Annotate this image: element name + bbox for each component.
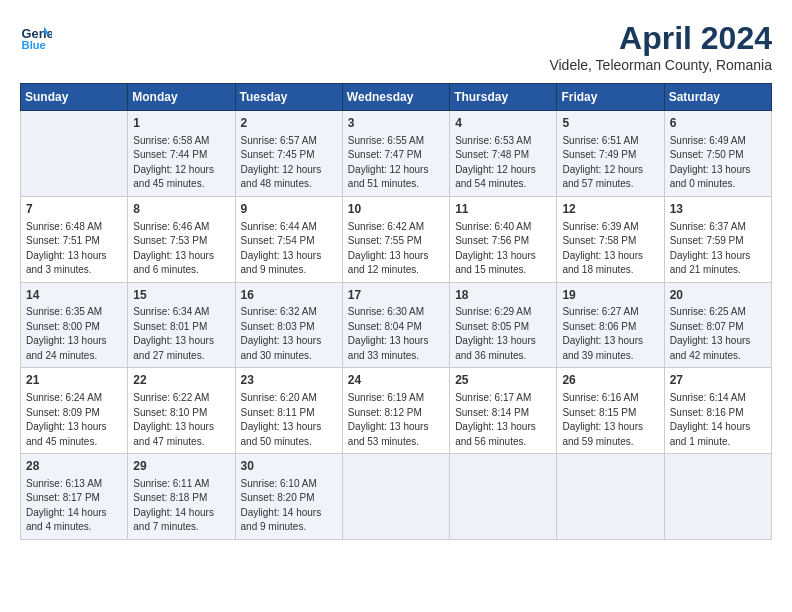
day-number: 9	[241, 201, 337, 218]
calendar-cell: 24Sunrise: 6:19 AM Sunset: 8:12 PM Dayli…	[342, 368, 449, 454]
calendar-cell: 3Sunrise: 6:55 AM Sunset: 7:47 PM Daylig…	[342, 111, 449, 197]
day-number: 12	[562, 201, 658, 218]
day-number: 22	[133, 372, 229, 389]
weekday-header-monday: Monday	[128, 84, 235, 111]
svg-text:Blue: Blue	[22, 39, 46, 51]
calendar-cell: 9Sunrise: 6:44 AM Sunset: 7:54 PM Daylig…	[235, 196, 342, 282]
day-number: 13	[670, 201, 766, 218]
calendar-cell: 17Sunrise: 6:30 AM Sunset: 8:04 PM Dayli…	[342, 282, 449, 368]
logo: General Blue	[20, 20, 52, 52]
month-year-title: April 2024	[549, 20, 772, 57]
day-info: Sunrise: 6:58 AM Sunset: 7:44 PM Dayligh…	[133, 134, 229, 192]
day-number: 27	[670, 372, 766, 389]
day-number: 11	[455, 201, 551, 218]
day-number: 5	[562, 115, 658, 132]
day-number: 28	[26, 458, 122, 475]
calendar-week-row: 7Sunrise: 6:48 AM Sunset: 7:51 PM Daylig…	[21, 196, 772, 282]
day-info: Sunrise: 6:40 AM Sunset: 7:56 PM Dayligh…	[455, 220, 551, 278]
day-number: 6	[670, 115, 766, 132]
day-number: 25	[455, 372, 551, 389]
day-info: Sunrise: 6:49 AM Sunset: 7:50 PM Dayligh…	[670, 134, 766, 192]
title-area: April 2024 Videle, Teleorman County, Rom…	[549, 20, 772, 73]
calendar-cell: 6Sunrise: 6:49 AM Sunset: 7:50 PM Daylig…	[664, 111, 771, 197]
day-number: 3	[348, 115, 444, 132]
day-number: 21	[26, 372, 122, 389]
calendar-cell: 19Sunrise: 6:27 AM Sunset: 8:06 PM Dayli…	[557, 282, 664, 368]
day-info: Sunrise: 6:29 AM Sunset: 8:05 PM Dayligh…	[455, 305, 551, 363]
calendar-cell: 10Sunrise: 6:42 AM Sunset: 7:55 PM Dayli…	[342, 196, 449, 282]
day-info: Sunrise: 6:46 AM Sunset: 7:53 PM Dayligh…	[133, 220, 229, 278]
day-number: 18	[455, 287, 551, 304]
calendar-cell	[450, 454, 557, 540]
day-number: 7	[26, 201, 122, 218]
calendar-cell: 26Sunrise: 6:16 AM Sunset: 8:15 PM Dayli…	[557, 368, 664, 454]
day-number: 30	[241, 458, 337, 475]
day-number: 4	[455, 115, 551, 132]
calendar-table: SundayMondayTuesdayWednesdayThursdayFrid…	[20, 83, 772, 540]
day-info: Sunrise: 6:11 AM Sunset: 8:18 PM Dayligh…	[133, 477, 229, 535]
calendar-week-row: 14Sunrise: 6:35 AM Sunset: 8:00 PM Dayli…	[21, 282, 772, 368]
calendar-cell: 30Sunrise: 6:10 AM Sunset: 8:20 PM Dayli…	[235, 454, 342, 540]
day-info: Sunrise: 6:25 AM Sunset: 8:07 PM Dayligh…	[670, 305, 766, 363]
day-number: 23	[241, 372, 337, 389]
day-info: Sunrise: 6:53 AM Sunset: 7:48 PM Dayligh…	[455, 134, 551, 192]
day-info: Sunrise: 6:22 AM Sunset: 8:10 PM Dayligh…	[133, 391, 229, 449]
day-number: 14	[26, 287, 122, 304]
day-info: Sunrise: 6:16 AM Sunset: 8:15 PM Dayligh…	[562, 391, 658, 449]
day-info: Sunrise: 6:17 AM Sunset: 8:14 PM Dayligh…	[455, 391, 551, 449]
calendar-cell: 20Sunrise: 6:25 AM Sunset: 8:07 PM Dayli…	[664, 282, 771, 368]
day-info: Sunrise: 6:34 AM Sunset: 8:01 PM Dayligh…	[133, 305, 229, 363]
day-info: Sunrise: 6:19 AM Sunset: 8:12 PM Dayligh…	[348, 391, 444, 449]
location-subtitle: Videle, Teleorman County, Romania	[549, 57, 772, 73]
calendar-week-row: 28Sunrise: 6:13 AM Sunset: 8:17 PM Dayli…	[21, 454, 772, 540]
calendar-cell: 7Sunrise: 6:48 AM Sunset: 7:51 PM Daylig…	[21, 196, 128, 282]
day-number: 8	[133, 201, 229, 218]
calendar-cell: 21Sunrise: 6:24 AM Sunset: 8:09 PM Dayli…	[21, 368, 128, 454]
day-info: Sunrise: 6:55 AM Sunset: 7:47 PM Dayligh…	[348, 134, 444, 192]
calendar-cell	[342, 454, 449, 540]
weekday-header-tuesday: Tuesday	[235, 84, 342, 111]
day-info: Sunrise: 6:48 AM Sunset: 7:51 PM Dayligh…	[26, 220, 122, 278]
day-number: 20	[670, 287, 766, 304]
calendar-cell: 27Sunrise: 6:14 AM Sunset: 8:16 PM Dayli…	[664, 368, 771, 454]
calendar-cell: 5Sunrise: 6:51 AM Sunset: 7:49 PM Daylig…	[557, 111, 664, 197]
day-number: 19	[562, 287, 658, 304]
day-number: 1	[133, 115, 229, 132]
calendar-cell: 23Sunrise: 6:20 AM Sunset: 8:11 PM Dayli…	[235, 368, 342, 454]
calendar-cell	[21, 111, 128, 197]
logo-icon: General Blue	[20, 20, 52, 52]
day-info: Sunrise: 6:13 AM Sunset: 8:17 PM Dayligh…	[26, 477, 122, 535]
day-info: Sunrise: 6:39 AM Sunset: 7:58 PM Dayligh…	[562, 220, 658, 278]
day-info: Sunrise: 6:42 AM Sunset: 7:55 PM Dayligh…	[348, 220, 444, 278]
day-info: Sunrise: 6:14 AM Sunset: 8:16 PM Dayligh…	[670, 391, 766, 449]
day-info: Sunrise: 6:51 AM Sunset: 7:49 PM Dayligh…	[562, 134, 658, 192]
day-number: 24	[348, 372, 444, 389]
calendar-cell: 25Sunrise: 6:17 AM Sunset: 8:14 PM Dayli…	[450, 368, 557, 454]
weekday-header-friday: Friday	[557, 84, 664, 111]
calendar-cell: 12Sunrise: 6:39 AM Sunset: 7:58 PM Dayli…	[557, 196, 664, 282]
calendar-cell: 2Sunrise: 6:57 AM Sunset: 7:45 PM Daylig…	[235, 111, 342, 197]
day-number: 17	[348, 287, 444, 304]
calendar-cell	[557, 454, 664, 540]
calendar-cell: 4Sunrise: 6:53 AM Sunset: 7:48 PM Daylig…	[450, 111, 557, 197]
day-number: 2	[241, 115, 337, 132]
weekday-header-row: SundayMondayTuesdayWednesdayThursdayFrid…	[21, 84, 772, 111]
day-info: Sunrise: 6:27 AM Sunset: 8:06 PM Dayligh…	[562, 305, 658, 363]
calendar-week-row: 21Sunrise: 6:24 AM Sunset: 8:09 PM Dayli…	[21, 368, 772, 454]
day-info: Sunrise: 6:44 AM Sunset: 7:54 PM Dayligh…	[241, 220, 337, 278]
day-number: 15	[133, 287, 229, 304]
calendar-cell	[664, 454, 771, 540]
calendar-cell: 29Sunrise: 6:11 AM Sunset: 8:18 PM Dayli…	[128, 454, 235, 540]
day-info: Sunrise: 6:30 AM Sunset: 8:04 PM Dayligh…	[348, 305, 444, 363]
weekday-header-saturday: Saturday	[664, 84, 771, 111]
calendar-cell: 14Sunrise: 6:35 AM Sunset: 8:00 PM Dayli…	[21, 282, 128, 368]
calendar-cell: 16Sunrise: 6:32 AM Sunset: 8:03 PM Dayli…	[235, 282, 342, 368]
day-info: Sunrise: 6:24 AM Sunset: 8:09 PM Dayligh…	[26, 391, 122, 449]
day-info: Sunrise: 6:10 AM Sunset: 8:20 PM Dayligh…	[241, 477, 337, 535]
day-info: Sunrise: 6:35 AM Sunset: 8:00 PM Dayligh…	[26, 305, 122, 363]
calendar-cell: 11Sunrise: 6:40 AM Sunset: 7:56 PM Dayli…	[450, 196, 557, 282]
day-info: Sunrise: 6:37 AM Sunset: 7:59 PM Dayligh…	[670, 220, 766, 278]
weekday-header-sunday: Sunday	[21, 84, 128, 111]
day-info: Sunrise: 6:20 AM Sunset: 8:11 PM Dayligh…	[241, 391, 337, 449]
day-number: 26	[562, 372, 658, 389]
